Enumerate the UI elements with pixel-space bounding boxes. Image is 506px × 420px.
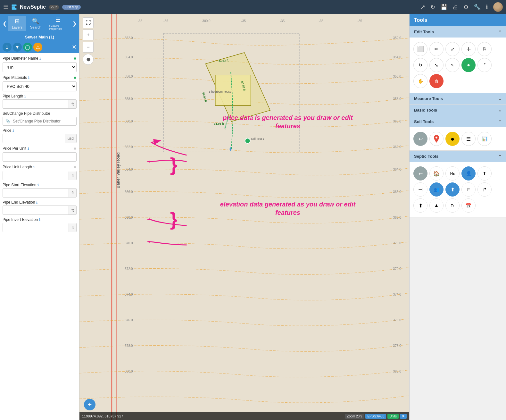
septic-undo[interactable]: ↩ — [413, 166, 427, 181]
septic-up2[interactable]: ⬆ — [413, 198, 427, 213]
pipe-materials-select[interactable]: PVC Sch 40 — [3, 81, 77, 91]
active-edit-tool[interactable]: ● — [461, 58, 476, 72]
app-logo — [12, 4, 17, 10]
menu-icon[interactable]: ☰ — [3, 4, 8, 11]
edit-tools-header[interactable]: Edit Tools ⌃ — [410, 26, 506, 38]
elevation-annotation: elevation data generated as you draw or … — [214, 200, 361, 217]
avatar[interactable] — [493, 2, 503, 12]
nav-prev[interactable]: ❮ — [1, 19, 8, 28]
pipe-materials-toggle[interactable]: ● — [73, 75, 77, 80]
pipe-diameter-info[interactable]: ℹ — [39, 56, 41, 61]
price-info[interactable]: ℹ — [12, 129, 14, 133]
flag-badge[interactable]: ⚑ — [400, 414, 407, 419]
septic-house[interactable]: 🏠 — [429, 166, 444, 181]
pipe-materials-label: Pipe Materials — [3, 75, 27, 80]
refresh-icon[interactable]: ↻ — [430, 4, 435, 11]
soil-list-tool[interactable]: ☰ — [461, 132, 476, 146]
svg-text:}: } — [170, 154, 178, 175]
tools-icon[interactable]: 🔧 — [474, 4, 481, 11]
pipe-end-elevation-input[interactable]: 365.69 — [3, 206, 69, 214]
svg-text:+: + — [229, 146, 233, 153]
soil-undo-tool[interactable]: ↩ — [413, 132, 427, 146]
pipe-length-info[interactable]: ℹ — [24, 94, 26, 98]
select-tool[interactable]: ⬜ — [413, 42, 427, 56]
edit-vertices-tool[interactable]: ✏ — [429, 42, 444, 56]
pipe-invert-elevation-info[interactable]: ℹ — [39, 218, 40, 222]
compass-button[interactable]: ⊕ — [83, 54, 94, 65]
price-per-unit-info[interactable]: ℹ — [28, 147, 29, 151]
soil-circle-tool[interactable]: ● — [445, 132, 460, 146]
distributor-button[interactable]: 📎 Set/Change Pipe Distributor — [3, 117, 77, 126]
septic-arrow-up[interactable]: ⬆ — [445, 182, 460, 197]
pipe-invert-elevation-input[interactable]: 365.61 — [3, 223, 69, 232]
price-unit-length-toggle[interactable]: ● — [73, 164, 77, 170]
septic-hs[interactable]: Hs — [445, 166, 460, 181]
measure-length-tool[interactable]: ⌜ — [477, 58, 492, 72]
expand-icon[interactable]: ⛶ — [83, 17, 94, 28]
svg-text:300.0: 300.0 — [202, 19, 211, 23]
septic-calendar[interactable]: 📅 — [461, 198, 476, 213]
pipe-start-elevation-input[interactable]: 367.36 — [3, 189, 69, 197]
septic-triangle[interactable]: ▲ — [429, 198, 444, 213]
map-area[interactable]: 352.0 354.0 356.0 358.0 360.0 362.0 364.… — [79, 14, 409, 420]
resize-tool[interactable]: ⤢ — [445, 42, 460, 56]
numbered-tool[interactable]: 1 — [3, 43, 12, 52]
map-controls: ⛶ + − ⊕ — [83, 17, 94, 65]
share-icon[interactable]: ↗ — [420, 4, 425, 11]
info-icon[interactable]: ℹ — [486, 4, 488, 11]
add-feature-button[interactable]: + — [84, 399, 95, 410]
soil-report-tool[interactable]: 📊 — [477, 132, 492, 146]
measure-tools-header[interactable]: Measure Tools ⌄ — [410, 93, 506, 104]
soil-pin-tool[interactable] — [429, 132, 444, 146]
zoom-in-button[interactable]: + — [83, 29, 94, 40]
price-input[interactable]: 96.36 — [3, 134, 65, 143]
zoom-out-button[interactable]: − — [83, 42, 94, 53]
toggle-tool[interactable]: ▼ — [13, 43, 22, 52]
delete-tool[interactable]: 🗑 — [429, 74, 444, 88]
price-unit-length-info[interactable]: ℹ — [33, 165, 35, 169]
pipe-diameter-select[interactable]: 4 in — [3, 62, 77, 72]
tab-layers[interactable]: ⊞ Layers — [8, 16, 26, 31]
price-per-unit-toggle[interactable]: ● — [73, 146, 77, 151]
map-badge[interactable]: First Map — [62, 5, 81, 10]
pipe-start-elevation-info[interactable]: ℹ — [37, 183, 39, 187]
tab-search[interactable]: 🔍 Search — [26, 16, 45, 31]
scale-tool[interactable]: ⤡ — [429, 58, 444, 72]
soil-tools-header[interactable]: Soil Tools ⌃ — [410, 116, 506, 127]
close-button[interactable]: ✕ — [72, 44, 77, 51]
price-per-unit-label: Price Per Unit — [3, 146, 26, 151]
move-tool[interactable]: ↖ — [445, 58, 460, 72]
units-badge[interactable]: Units — [387, 414, 399, 419]
price-per-unit-input[interactable]: 3.46 — [3, 153, 76, 161]
map-background[interactable]: 352.0 354.0 356.0 358.0 360.0 362.0 364.… — [79, 14, 409, 420]
warning-tool[interactable]: ⚠ — [33, 43, 42, 52]
pipe-length-input[interactable]: 27.85 — [3, 100, 69, 108]
add-point-tool[interactable]: ✛ — [461, 42, 476, 56]
basic-tools-header[interactable]: Basic Tools ⌄ — [410, 105, 506, 116]
pan-tool[interactable]: ✋ — [413, 74, 427, 88]
copy-tool[interactable]: ⎘ — [477, 42, 492, 56]
septic-tr[interactable]: Tr — [445, 198, 460, 213]
settings-icon[interactable]: ⚙ — [463, 4, 469, 11]
rotate-tool[interactable]: ↻ — [413, 58, 427, 72]
pipe-invert-elevation-label: Pipe Invert Elevation — [3, 217, 38, 222]
septic-tools-header[interactable]: Septic Tools ⌃ — [410, 151, 506, 162]
save-icon[interactable]: 💾 — [440, 4, 447, 11]
pipe-end-elevation-info[interactable]: ℹ — [36, 200, 37, 205]
measure-tools-chevron: ⌄ — [498, 97, 502, 101]
pipe-materials-info[interactable]: ℹ — [28, 76, 29, 80]
septic-person[interactable]: 👤 — [461, 166, 476, 181]
septic-t[interactable]: T — [477, 166, 492, 181]
circle-tool[interactable]: ◯ — [23, 43, 32, 52]
print-icon[interactable]: 🖨 — [452, 4, 458, 11]
tab-feature-properties[interactable]: ☰ Feature Properties — [45, 14, 71, 32]
nav-next[interactable]: ❯ — [71, 19, 78, 28]
septic-turn[interactable]: ↱ — [477, 182, 492, 197]
septic-persons[interactable]: 👥 — [429, 182, 444, 197]
septic-hbar[interactable]: ⊣ — [413, 182, 427, 197]
price-unit-length-input[interactable]: 1 — [3, 171, 69, 180]
pipe-diameter-toggle[interactable]: ● — [73, 55, 77, 61]
svg-text:364.0: 364.0 — [125, 168, 133, 171]
septic-degree[interactable]: I° — [461, 182, 476, 197]
svg-text:50.93 ft: 50.93 ft — [240, 81, 246, 91]
